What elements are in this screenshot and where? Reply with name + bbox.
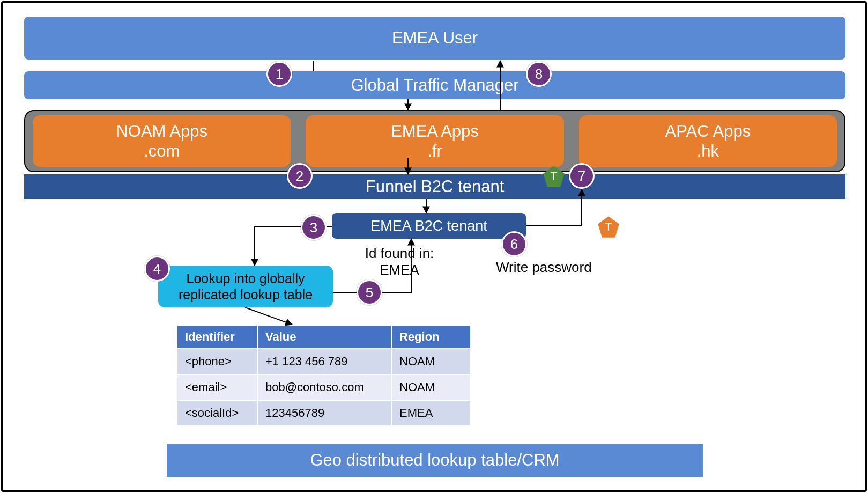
diagram-stage: EMEA User Global Traffic Manager NOAM Ap… [3,3,865,490]
step-3: 3 [301,215,327,240]
id-found-l2: EMEA [351,262,448,278]
step-7: 7 [569,163,595,189]
cell-reg: EMEA [391,400,471,426]
emea-b2c-label: EMEA B2C tenant [370,218,487,234]
token-orange-label: T [605,220,612,234]
cell-reg: NOAM [391,349,471,374]
table-header-row: Identifier Value Region [177,325,471,349]
noam-apps-card: NOAM Apps .com [33,115,291,167]
cell-id: <phone> [177,349,257,374]
th-value: Value [257,325,391,349]
lookup-l2: replicated lookup table [179,286,313,303]
cell-val: bob@contoso.com [257,374,391,400]
emea-title: EMEA Apps [391,121,479,141]
step-2: 2 [287,163,313,189]
apac-apps-card: APAC Apps .hk [579,115,837,167]
step-8: 8 [526,61,552,87]
gtm-bar: Global Traffic Manager [24,71,845,99]
svg-line-7 [245,307,292,325]
cell-reg: NOAM [391,374,471,400]
step-6: 6 [501,231,527,257]
cell-val: 123456789 [257,400,391,426]
id-found-l1: Id found in: [351,245,448,262]
step-1: 1 [266,61,292,87]
emea-user-label: EMEA User [392,28,478,48]
cell-id: <email> [177,374,257,400]
noam-title: NOAM Apps [116,121,207,141]
apps-row: NOAM Apps .com EMEA Apps .fr APAC Apps .… [24,110,845,172]
token-green: T [542,165,566,188]
footer-bar: Geo distributed lookup table/CRM [167,444,703,477]
write-password-label: Write password [496,259,592,276]
funnel-b2c-bar: Funnel B2C tenant [24,174,845,199]
table-row: <email> bob@contoso.com NOAM [177,374,471,400]
th-region: Region [391,325,471,349]
lookup-box: Lookup into globally replicated lookup t… [158,266,333,307]
id-found-label: Id found in: EMEA [351,245,448,278]
apac-domain: .hk [697,141,719,161]
emea-domain: .fr [427,141,442,161]
lookup-table: Identifier Value Region <phone> +1 123 4… [176,325,471,426]
funnel-label: Funnel B2C tenant [366,177,505,196]
lookup-l1: Lookup into globally [187,270,305,286]
step-4: 4 [144,256,170,282]
step-5: 5 [357,279,382,305]
cell-val: +1 123 456 789 [257,349,391,374]
footer-label: Geo distributed lookup table/CRM [310,451,559,470]
token-orange: T [597,215,620,239]
apac-title: APAC Apps [665,121,751,141]
table-row: <phone> +1 123 456 789 NOAM [177,349,471,374]
cell-id: <socialId> [177,400,257,426]
th-identifier: Identifier [177,325,257,349]
emea-user-bar: EMEA User [24,17,845,60]
noam-domain: .com [144,141,180,161]
emea-apps-card: EMEA Apps .fr [306,115,563,167]
gtm-label: Global Traffic Manager [351,76,518,95]
table-row: <socialId> 123456789 EMEA [177,400,471,426]
token-green-label: T [550,170,557,183]
emea-b2c-bar: EMEA B2C tenant [332,213,526,239]
